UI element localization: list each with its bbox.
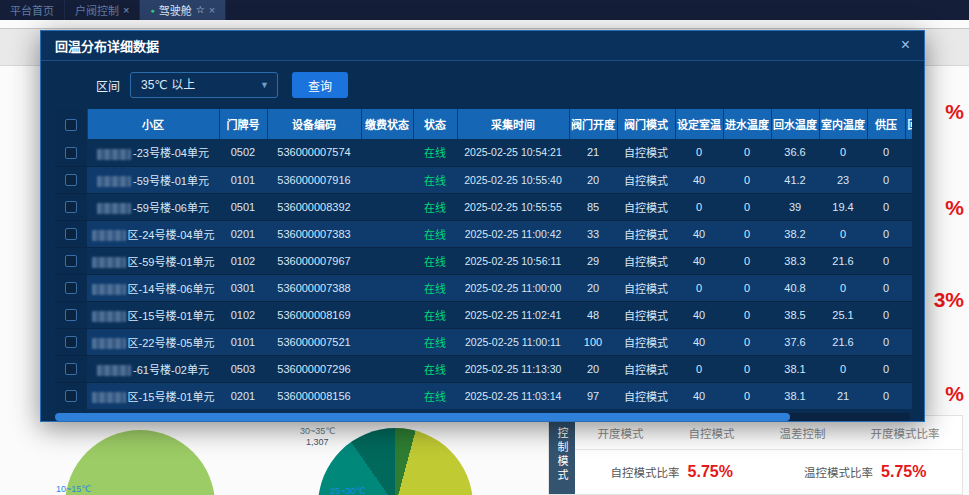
cell-inlet-temp: 0 bbox=[723, 382, 771, 409]
cell-community: -59号楼-01单元 bbox=[87, 166, 219, 193]
row-checkbox[interactable] bbox=[65, 336, 77, 348]
close-icon[interactable]: × bbox=[123, 5, 129, 16]
row-checkbox[interactable] bbox=[65, 282, 77, 294]
cell-return-temp: 38.1 bbox=[771, 355, 819, 382]
select-all-checkbox[interactable] bbox=[65, 119, 77, 131]
cell-pay-status bbox=[361, 382, 413, 409]
cell-indoor-temp: 23 bbox=[819, 166, 867, 193]
table-row[interactable]: 区-24号楼-04单元 0201 536000007383 在线 2025-02… bbox=[55, 220, 912, 247]
column-header: 状态 bbox=[413, 109, 457, 139]
cell-collect-time: 2025-02-25 10:54:21 bbox=[457, 139, 569, 166]
censored-community-prefix bbox=[92, 257, 126, 268]
table-row[interactable]: 区-14号楼-06单元 0301 536000007388 在线 2025-02… bbox=[55, 274, 912, 301]
cell-indoor-temp: 21.6 bbox=[819, 328, 867, 355]
cell-door-no: 0301 bbox=[219, 274, 267, 301]
cell-valve-opening: 85 bbox=[569, 193, 617, 220]
community-text: 区-59号楼-01单元 bbox=[128, 256, 215, 268]
stat-value: 5.75% bbox=[688, 463, 733, 481]
table-row[interactable]: 区-59号楼-01单元 0102 536000007967 在线 2025-02… bbox=[55, 247, 912, 274]
cell-indoor-temp: 0 bbox=[819, 220, 867, 247]
community-text: -59号楼-06单元 bbox=[133, 202, 209, 214]
cell-inlet-temp: 0 bbox=[723, 139, 771, 166]
dot-icon: ● bbox=[150, 7, 154, 14]
cell-door-no: 0502 bbox=[219, 139, 267, 166]
row-checkbox-cell bbox=[55, 382, 87, 409]
cell-status: 在线 bbox=[413, 166, 457, 193]
row-checkbox[interactable] bbox=[65, 309, 77, 321]
star-icon[interactable]: ☆ bbox=[196, 5, 205, 15]
cell-community: 区-24号楼-04单元 bbox=[87, 220, 219, 247]
cell-return-temp: 38.3 bbox=[771, 247, 819, 274]
row-checkbox[interactable] bbox=[65, 147, 77, 159]
cell-pay-status bbox=[361, 139, 413, 166]
table-row[interactable]: -59号楼-01单元 0101 536000007916 在线 2025-02-… bbox=[55, 166, 912, 193]
cell-pay-status bbox=[361, 328, 413, 355]
cell-status: 在线 bbox=[413, 274, 457, 301]
cell-pay-status bbox=[361, 166, 413, 193]
cell-return-temp: 37.6 bbox=[771, 328, 819, 355]
cell-supply-pressure: 0 bbox=[867, 355, 905, 382]
cell-return-pressure bbox=[905, 301, 912, 328]
screen: 平台首页 户阀控制 × ● 驾驶舱 ☆ × %%3%% 30~35℃ 1,307… bbox=[0, 0, 969, 495]
cell-device-code: 536000008156 bbox=[267, 382, 361, 409]
row-checkbox[interactable] bbox=[65, 363, 77, 375]
close-icon[interactable]: × bbox=[209, 5, 215, 16]
cell-return-pressure bbox=[905, 274, 912, 301]
online-status-badge: 在线 bbox=[424, 310, 446, 322]
cell-community: 区-15号楼-01单元 bbox=[87, 301, 219, 328]
control-mode-header: 温差控制 bbox=[780, 425, 826, 441]
table-row[interactable]: -23号楼-04单元 0502 536000007574 在线 2025-02-… bbox=[55, 139, 912, 166]
cell-supply-pressure: 0 bbox=[867, 220, 905, 247]
row-checkbox[interactable] bbox=[65, 174, 77, 186]
table-row[interactable]: -59号楼-06单元 0501 536000008392 在线 2025-02-… bbox=[55, 193, 912, 220]
cell-device-code: 536000007296 bbox=[267, 355, 361, 382]
cell-status: 在线 bbox=[413, 220, 457, 247]
cell-door-no: 0101 bbox=[219, 328, 267, 355]
row-checkbox[interactable] bbox=[65, 201, 77, 213]
range-select[interactable]: 35℃ 以上 ▼ bbox=[130, 72, 278, 98]
cell-collect-time: 2025-02-25 11:02:41 bbox=[457, 301, 569, 328]
table-head: 小区门牌号设备编码缴费状态状态采集时间阀门开度阀门模式设定室温进水温度回水温度室… bbox=[55, 109, 912, 139]
row-checkbox[interactable] bbox=[65, 255, 77, 267]
tab-cockpit[interactable]: ● 驾驶舱 ☆ × bbox=[140, 0, 226, 20]
cell-status: 在线 bbox=[413, 382, 457, 409]
chevron-down-icon: ▼ bbox=[260, 73, 269, 97]
tab-valve-control[interactable]: 户阀控制 × bbox=[65, 0, 140, 20]
table-row[interactable]: 区-15号楼-01单元 0201 536000008156 在线 2025-02… bbox=[55, 382, 912, 409]
cell-supply-pressure: 0 bbox=[867, 139, 905, 166]
close-icon[interactable]: × bbox=[897, 31, 914, 61]
cell-door-no: 0102 bbox=[219, 247, 267, 274]
cell-valve-opening: 100 bbox=[569, 328, 617, 355]
cell-valve-opening: 21 bbox=[569, 139, 617, 166]
cell-status: 在线 bbox=[413, 139, 457, 166]
cell-supply-pressure: 0 bbox=[867, 301, 905, 328]
control-mode-stats: 自控模式比率 5.75% 温控模式比率 5.75% bbox=[575, 450, 962, 494]
cell-indoor-temp: 19.4 bbox=[819, 193, 867, 220]
horizontal-scrollbar-thumb[interactable] bbox=[55, 413, 790, 421]
control-mode-panel: 控制模式 开度模式自控模式温差控制开度模式比率 自控模式比率 5.75% 温控模… bbox=[548, 415, 963, 495]
cell-inlet-temp: 0 bbox=[723, 355, 771, 382]
cell-device-code: 536000007383 bbox=[267, 220, 361, 247]
community-text: 区-15号楼-01单元 bbox=[128, 391, 215, 403]
row-checkbox-cell bbox=[55, 193, 87, 220]
data-table: 小区门牌号设备编码缴费状态状态采集时间阀门开度阀门模式设定室温进水温度回水温度室… bbox=[55, 109, 912, 409]
table-row[interactable]: 区-22号楼-05单元 0101 536000007521 在线 2025-02… bbox=[55, 328, 912, 355]
column-header: 小区 bbox=[87, 109, 219, 139]
cell-status: 在线 bbox=[413, 193, 457, 220]
table-row[interactable]: 区-15号楼-01单元 0102 536000008169 在线 2025-02… bbox=[55, 301, 912, 328]
censored-community-prefix bbox=[92, 392, 126, 403]
tab-label: 平台首页 bbox=[10, 2, 54, 18]
cell-supply-pressure: 0 bbox=[867, 328, 905, 355]
cell-device-code: 536000007574 bbox=[267, 139, 361, 166]
cell-status: 在线 bbox=[413, 328, 457, 355]
community-text: -59号楼-01单元 bbox=[133, 175, 209, 187]
cell-indoor-temp: 21 bbox=[819, 382, 867, 409]
community-text: -23号楼-04单元 bbox=[133, 147, 209, 159]
row-checkbox[interactable] bbox=[65, 390, 77, 402]
table-row[interactable]: -61号楼-02单元 0503 536000007296 在线 2025-02-… bbox=[55, 355, 912, 382]
cell-inlet-temp: 0 bbox=[723, 247, 771, 274]
row-checkbox[interactable] bbox=[65, 228, 77, 240]
column-header: 采集时间 bbox=[457, 109, 569, 139]
query-button[interactable]: 查询 bbox=[292, 72, 348, 98]
tab-platform-home[interactable]: 平台首页 bbox=[0, 0, 65, 20]
